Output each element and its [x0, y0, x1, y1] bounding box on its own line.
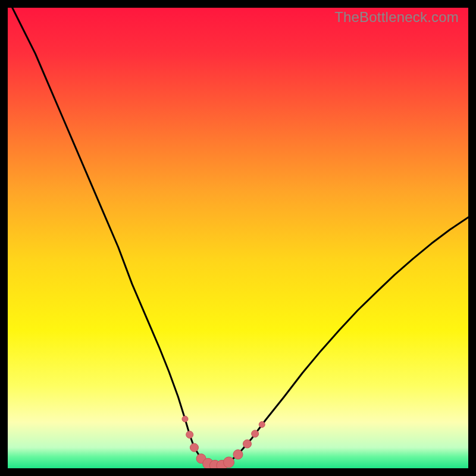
- marker-dot: [259, 421, 265, 427]
- marker-dot: [252, 430, 259, 437]
- watermark-text: TheBottleneck.com: [334, 9, 459, 26]
- chart-frame: TheBottleneck.com: [8, 8, 468, 468]
- marker-dot: [243, 440, 251, 448]
- marker-dot: [190, 443, 198, 452]
- marker-dot: [224, 457, 234, 468]
- bottleneck-chart: [8, 8, 468, 468]
- marker-dot: [233, 450, 243, 459]
- marker-dot: [182, 416, 188, 422]
- chart-background: [8, 8, 468, 468]
- marker-dot: [186, 431, 193, 439]
